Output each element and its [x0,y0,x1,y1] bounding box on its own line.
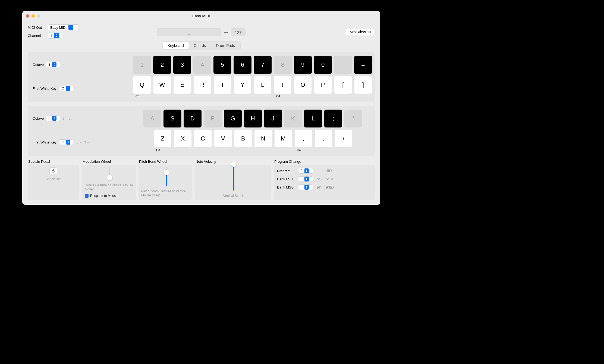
key-1[interactable]: 1 [133,56,151,74]
key-G[interactable]: G [224,110,242,127]
keyboard-panel-2: Octave 3 ▲▼ ⇧↑ ⇧↓ First White Key C ▲▼ ⇧… [28,106,375,156]
respond-to-mouse-checkbox[interactable]: ✓ [85,194,89,198]
key-E[interactable]: E [173,76,191,94]
key-A[interactable]: A [143,110,161,127]
channel-select[interactable]: 1 ▲▼ [48,33,62,39]
key-.[interactable]: . [314,130,332,148]
key-Q[interactable]: QC3 [133,76,151,94]
key-][interactable]: ] [354,76,372,94]
key-P[interactable]: P [314,76,332,94]
key-J[interactable]: J [264,110,282,127]
sustain-title: Sustain Pedal [28,159,79,164]
key-8[interactable]: 8 [274,56,292,74]
sustain-lock-button[interactable] [49,167,57,174]
octave1-value: 3 [48,63,52,66]
key-B[interactable]: B [234,130,252,148]
key-L[interactable]: L [304,110,322,127]
key-,[interactable]: ,C4 [294,130,312,148]
respond-to-mouse-row[interactable]: ✓ Respond to Mouse [85,194,133,198]
key-7[interactable]: 7 [254,56,272,74]
octave2-value: 3 [48,116,52,120]
key-O[interactable]: O [294,76,312,94]
key-Y[interactable]: Y [234,76,251,94]
octave1-select[interactable]: 3 ▲▼ [46,62,60,67]
key-W[interactable]: W [153,76,171,94]
tab-chords[interactable]: Chords [189,42,211,49]
key-C[interactable]: C [194,130,212,148]
svg-rect-0 [52,171,54,172]
key-U[interactable]: U [254,76,272,94]
key-X[interactable]: X [174,130,192,148]
velocity-slider[interactable] [233,167,234,191]
midi-out-label: MIDI Out [28,25,45,30]
key-3[interactable]: 3 [173,56,191,74]
note-caption: C3 [156,148,160,152]
bank-lsb-shortcut-1: ⌥\ [315,177,323,181]
key-'[interactable]: ' [344,110,362,127]
updown-arrows-icon: ▲▼ [54,33,59,38]
key-H[interactable]: H [244,110,262,127]
slider-thumb[interactable] [163,170,169,175]
key-;[interactable]: ; [324,110,342,127]
mini-view-label: Mini View [350,30,366,34]
bank-lsb-select[interactable]: 0 ▲▼ [298,176,313,182]
program-shortcut-1: \ [315,169,323,173]
key-K[interactable]: K [284,110,302,127]
bank-msb-shortcut-1: ⌘\ [315,185,323,189]
pitch-title: Pitch Bend Wheel [139,159,192,164]
key-T[interactable]: T [213,76,231,94]
modulation-slider[interactable] [109,167,110,180]
program-shortcut-2: ⌦ [325,169,334,173]
window-title: Easy MIDI [22,14,380,18]
octave2-controls: Octave 3 ▲▼ ⇧↑ ⇧↓ [33,116,73,121]
channel-label: Channel [28,34,45,38]
key-=[interactable]: = [354,56,372,74]
bank-msb-label: Bank MSB [277,185,296,189]
key-2[interactable]: 2 [153,56,171,74]
mod-hint: Rotate Gesture or Vertical Mouse Move* [85,183,133,192]
key-I[interactable]: IC4 [274,76,292,94]
key-5[interactable]: 5 [213,56,231,74]
pitch-hint: Pinch Zoom Gesture or Vertical Mouse Dra… [141,189,190,198]
octave1-controls: Octave 3 ▲▼ ↑ ↓ [33,62,67,67]
key-S[interactable]: S [163,110,181,127]
key-N[interactable]: N [254,130,272,148]
respond-to-mouse-label: Respond to Mouse [90,194,118,198]
octave-label: Octave [33,116,44,120]
program-select[interactable]: 0 ▲▼ [298,168,313,174]
key-D[interactable]: D [184,110,202,127]
tab-drumpads[interactable]: Drum Pads [211,42,240,49]
key-M[interactable]: M [274,130,292,148]
slider-thumb[interactable] [231,161,237,167]
midi-out-select[interactable]: Easy MIDI ▲▼ [48,24,79,30]
key-/[interactable]: / [335,130,353,148]
key-9[interactable]: 9 [294,56,312,74]
program-value: 0 [301,169,304,173]
key-4[interactable]: 4 [193,56,211,74]
octave2-select[interactable]: 3 ▲▼ [46,116,60,121]
modulation-panel: Rotate Gesture or Vertical Mouse Move* ✓… [82,165,136,200]
keyboard-panel-1: Octave 3 ▲▼ ↑ ↓ First White Key C ▲▼ ← →… [28,52,375,102]
mod-title: Modulation Wheel [82,159,136,164]
updown-arrows-icon: ▲▼ [52,62,56,67]
key-[[interactable]: [ [334,76,352,94]
bank-msb-select[interactable]: 0 ▲▼ [298,184,313,190]
key-6[interactable]: 6 [234,56,251,74]
bank-msb-value: 0 [301,185,304,189]
channel-value: 1 [50,34,54,38]
tab-keyboard[interactable]: Keyboard [163,42,189,49]
octave-label: Octave [33,63,44,67]
note-display: _ [157,28,221,36]
key-R[interactable]: R [193,76,211,94]
key-0[interactable]: 0 [314,56,332,74]
key-F[interactable]: F [204,110,222,127]
key--[interactable]: - [334,56,352,74]
bank-lsb-value: 0 [301,177,304,181]
key-V[interactable]: V [214,130,232,148]
program-label: Program [277,169,296,173]
slider-thumb[interactable] [107,175,112,181]
mini-view-button[interactable]: Mini View [346,28,375,36]
pitch-slider[interactable] [166,167,167,186]
updown-arrows-icon: ▲▼ [52,116,56,121]
key-Z[interactable]: ZC3 [154,130,172,148]
